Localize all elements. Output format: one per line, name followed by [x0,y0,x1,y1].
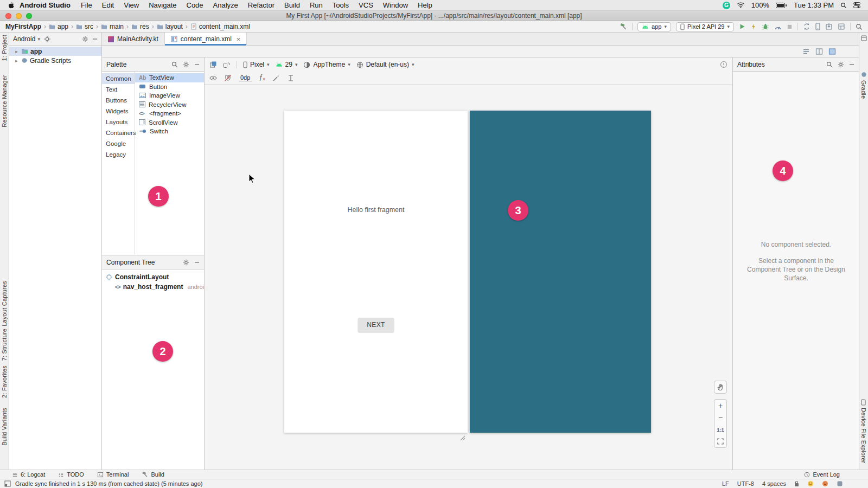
menu-file[interactable]: File [76,1,97,9]
palette-category-layouts[interactable]: Layouts [102,117,135,127]
api-level-menu[interactable]: 29▾ [276,61,298,68]
feedback-happy-icon[interactable] [807,480,814,487]
palette-category-google[interactable]: Google [102,138,135,149]
palette-search-icon[interactable] [171,61,178,68]
stop-button[interactable] [787,24,793,30]
toolwindow-project[interactable]: 1: Project [1,35,8,61]
design-view-screen[interactable]: Hello first fragment NEXT [284,111,468,433]
breadcrumb-layout[interactable]: layout [157,23,183,30]
profile-button[interactable] [774,23,782,30]
canvas-resize-handle[interactable] [458,434,466,441]
breadcrumb-file[interactable]: content_main.xml [190,23,250,30]
menu-refactor[interactable]: Refactor [243,1,279,9]
palette-category-widgets[interactable]: Widgets [102,106,135,117]
avd-manager-button[interactable] [815,23,820,30]
attributes-hide-icon[interactable] [849,62,854,67]
menu-window[interactable]: Window [378,1,413,9]
toolwindow-build[interactable]: Build [142,471,164,478]
sync-project-button[interactable] [803,23,810,30]
breadcrumb-src[interactable]: src [76,23,93,30]
hide-panel-icon[interactable] [92,36,98,42]
minimize-window-button[interactable] [16,13,22,19]
render-issues-icon[interactable] [720,61,727,68]
autoconnect-icon[interactable] [224,74,232,82]
gradle-icon[interactable] [861,72,867,78]
menu-view[interactable]: View [119,1,144,9]
palette-item-button[interactable]: Button [135,82,204,92]
grammarly-icon[interactable]: G [723,2,730,9]
menu-analyze[interactable]: Analyze [208,1,243,9]
palette-category-common[interactable]: Common [102,73,135,84]
assistant-icon[interactable] [861,35,867,41]
infer-constraints-icon[interactable] [272,74,280,82]
attributes-search-icon[interactable] [826,61,833,68]
menu-build[interactable]: Build [279,1,305,9]
debug-button[interactable] [762,23,769,30]
toolwindow-logcat[interactable]: 6: Logcat [12,471,45,478]
blueprint-view-screen[interactable] [470,111,651,433]
layout-inspector-button[interactable] [838,23,845,30]
menu-edit[interactable]: Edit [97,1,119,9]
project-view-select[interactable]: Android▾ [13,35,40,43]
device-explorer-icon[interactable] [861,399,866,406]
project-settings-icon[interactable] [82,36,88,42]
project-tree-item-app[interactable]: ▸ app [9,47,101,56]
palette-item-fragment[interactable]: <> <fragment> [135,109,204,118]
palette-item-recyclerview[interactable]: RecyclerView [135,100,204,110]
make-project-button[interactable] [620,23,627,30]
next-button[interactable]: NEXT [358,318,394,332]
pan-tool-button[interactable] [714,381,727,394]
view-split-icon[interactable] [815,48,823,55]
zoom-ratio-button[interactable]: 1:1 [714,423,726,435]
toolwindow-structure[interactable]: 7: Structure [1,329,8,361]
toolwindow-favorites[interactable]: 2: Favorites [1,365,8,398]
close-tab-icon[interactable]: × [237,36,241,43]
menubar-clock[interactable]: Tue 1:33 PM [794,1,834,9]
spotlight-icon[interactable] [840,2,847,9]
palette-item-scrollview[interactable]: ScrollView [135,118,204,127]
menu-tools[interactable]: Tools [328,1,354,9]
view-code-icon[interactable] [802,48,810,55]
menu-code[interactable]: Code [182,1,208,9]
pack-align-icon[interactable] [287,74,295,82]
locale-menu[interactable]: Default (en-us)▾ [356,61,414,68]
event-log-button[interactable]: Event Log [804,471,840,478]
zoom-in-button[interactable]: + [714,400,726,412]
toolwindow-todo[interactable]: TODO [58,471,84,478]
palette-settings-icon[interactable] [183,61,189,68]
tab-mainactivity[interactable]: MainActivity.kt [102,33,165,46]
menu-help[interactable]: Help [413,1,437,9]
tree-item-nav-host-fragment[interactable]: <> nav_host_fragment androi... [102,282,204,292]
attributes-settings-icon[interactable] [838,61,844,68]
default-margins-button[interactable]: 0dp [239,74,252,81]
component-tree-settings-icon[interactable] [183,259,189,266]
locate-file-icon[interactable] [44,36,50,42]
palette-item-imageview[interactable]: ImageView [135,91,204,100]
expand-chevron-icon[interactable]: ▸ [14,58,19,63]
breadcrumb-res[interactable]: res [131,23,149,30]
zoom-window-button[interactable] [26,13,32,19]
device-select[interactable]: Pixel 2 API 29▾ [676,22,734,31]
orientation-icon[interactable] [223,61,231,68]
hello-fragment-text[interactable]: Hello first fragment [284,206,468,214]
tree-item-constraintlayout[interactable]: ConstraintLayout [102,272,204,282]
tab-content-main[interactable]: content_main.xml × [165,33,247,46]
device-menu[interactable]: Pixel▾ [243,61,270,68]
indent-widget[interactable]: 4 spaces [762,480,786,487]
apple-menu-icon[interactable] [8,2,14,9]
expand-chevron-icon[interactable]: ▸ [14,49,19,54]
sdk-manager-button[interactable] [825,23,833,30]
select-design-surface-icon[interactable] [209,61,217,68]
line-separator-widget[interactable]: LF [722,480,729,487]
toolwindow-gradle[interactable]: Gradle [860,80,867,99]
search-everywhere-button[interactable] [856,23,863,30]
run-button[interactable] [739,23,745,30]
component-tree-hide-icon[interactable] [194,260,200,265]
toolwindow-layout-captures[interactable]: Layout Captures [1,281,8,326]
toolwindow-switcher-icon[interactable] [4,480,11,487]
breadcrumb-app[interactable]: app [49,23,68,30]
breadcrumb-main[interactable]: main [101,23,124,30]
apply-changes-button[interactable] [750,23,757,30]
menu-navigate[interactable]: Navigate [144,1,181,9]
view-options-icon[interactable] [209,74,217,82]
